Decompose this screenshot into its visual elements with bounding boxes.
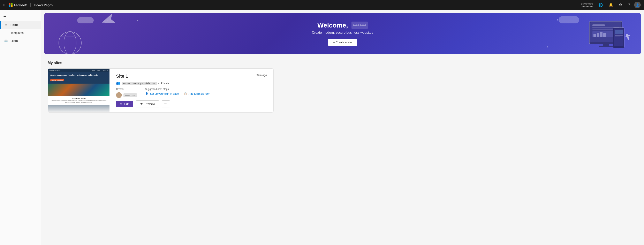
user-name: •••••• bbox=[352, 22, 368, 29]
svg-rect-14 bbox=[592, 31, 619, 38]
site-info: Site 1 33 m ago 👥 ••••••••.powerappsport… bbox=[110, 68, 274, 112]
more-options-button[interactable]: ••• bbox=[162, 100, 170, 108]
create-site-button[interactable]: + Create a site bbox=[328, 38, 357, 46]
site-url-row: 👥 ••••••••.powerappsportals.com - Privat… bbox=[116, 81, 267, 85]
globe-decoration bbox=[57, 30, 84, 54]
thumbnail-cta: Apply an action here bbox=[50, 79, 64, 81]
svg-marker-26 bbox=[625, 34, 630, 40]
preview-button[interactable]: 👁 Preview bbox=[136, 100, 159, 108]
my-sites-title: My sites bbox=[48, 61, 638, 65]
creator-label: Creator bbox=[116, 88, 137, 90]
environment-selector[interactable]: Environment •••••••••••••• bbox=[581, 3, 593, 8]
waffle-icon[interactable]: ⊞ bbox=[3, 3, 6, 7]
site-url: ••••••••.powerappsportals.com bbox=[122, 82, 157, 85]
svg-rect-23 bbox=[614, 30, 623, 34]
site-thumbnail[interactable]: Company name Home Pages Contact us Creat… bbox=[48, 68, 110, 112]
preview-label: Preview bbox=[144, 102, 155, 106]
svg-point-1 bbox=[64, 32, 76, 54]
microsoft-logo: Microsoft bbox=[9, 3, 27, 7]
svg-rect-11 bbox=[592, 24, 605, 26]
star-3: ✦ bbox=[137, 19, 138, 22]
thumbnail-nav-home: Home bbox=[92, 70, 95, 71]
sidebar-item-home[interactable]: ⌂ Home bbox=[0, 21, 41, 29]
thumbnail-intro-heading: Introduction section bbox=[50, 98, 107, 99]
suggested-steps-label: Suggested next steps bbox=[145, 88, 210, 90]
home-icon: ⌂ bbox=[4, 23, 8, 27]
edit-icon: ✏ bbox=[120, 102, 123, 106]
templates-icon: ⊞ bbox=[4, 31, 8, 35]
svg-rect-25 bbox=[614, 36, 620, 38]
svg-rect-15 bbox=[594, 34, 596, 37]
svg-marker-7 bbox=[100, 13, 116, 27]
svg-rect-17 bbox=[600, 32, 602, 37]
svg-rect-13 bbox=[592, 29, 613, 30]
creator-avatar bbox=[116, 92, 122, 98]
svg-line-8 bbox=[102, 19, 111, 22]
settings-icon[interactable]: ⚙ bbox=[617, 2, 624, 8]
svg-rect-19 bbox=[603, 44, 609, 46]
hero-subtitle: Create modern, secure business websites bbox=[312, 31, 373, 34]
topbar-divider: | bbox=[30, 3, 31, 8]
ms-name: Microsoft bbox=[14, 3, 27, 7]
creator-row: ••••• ••••• bbox=[116, 92, 137, 98]
thumbnail-nav-pages: Pages bbox=[97, 70, 100, 71]
thumbnail-headline: Create an engaging headline, welcome, or… bbox=[50, 74, 107, 76]
signin-step-icon: 👤 bbox=[145, 92, 148, 95]
hamburger-button[interactable]: ☰ bbox=[0, 12, 41, 19]
main-layout: ☰ ⌂ Home ⊞ Templates 📖 Learn bbox=[0, 10, 644, 245]
form-step-label: Add a simple form bbox=[188, 92, 210, 95]
site-actions: ✏ Edit 👁 Preview ••• bbox=[116, 100, 267, 108]
sidebar-item-learn[interactable]: 📖 Learn bbox=[0, 37, 41, 45]
site-name: Site 1 bbox=[116, 74, 128, 79]
cloud-top-right bbox=[558, 16, 579, 24]
hero-content: Welcome, •••••• Create modern, secure bu… bbox=[312, 22, 373, 46]
environment-icon[interactable]: 🌐 bbox=[597, 2, 604, 8]
preview-icon: 👁 bbox=[140, 102, 143, 106]
thumbnail-intro-text: Create a short paragraph that shows your… bbox=[50, 100, 107, 103]
svg-rect-22 bbox=[614, 28, 624, 46]
svg-rect-18 bbox=[603, 33, 606, 37]
users-icon: 👥 bbox=[116, 81, 120, 85]
svg-rect-10 bbox=[590, 22, 621, 42]
sidebar-item-templates[interactable]: ⊞ Templates bbox=[0, 29, 41, 37]
svg-rect-9 bbox=[589, 21, 622, 44]
env-value: •••••••••••••• bbox=[582, 5, 593, 8]
thumbnail-company: Company name bbox=[50, 70, 60, 71]
ms-squares bbox=[9, 3, 12, 7]
star-2: ✦ bbox=[547, 46, 548, 48]
avatar-icon: 👤 bbox=[636, 3, 639, 6]
sidebar-item-learn-label: Learn bbox=[10, 39, 18, 42]
my-sites-section: My sites Company name Home Pages Contact… bbox=[41, 58, 644, 116]
site-url-blurred: ••••••••.powerappsportals.com bbox=[122, 82, 157, 85]
sidebar-item-home-label: Home bbox=[10, 23, 18, 26]
svg-rect-21 bbox=[613, 28, 624, 48]
hero-banner: ✦ ✦ ✦ Welcome, •••••• Create modern, sec… bbox=[44, 13, 641, 54]
edit-label: Edit bbox=[124, 102, 129, 106]
learn-icon: 📖 bbox=[4, 39, 8, 43]
site-card: Company name Home Pages Contact us Creat… bbox=[48, 68, 274, 112]
creator-name: ••••• ••••• bbox=[124, 93, 137, 97]
app-name: Power Pages bbox=[34, 3, 52, 7]
svg-rect-16 bbox=[597, 33, 599, 37]
form-step-icon: 📋 bbox=[184, 92, 187, 95]
notifications-icon[interactable]: 🔔 bbox=[607, 2, 615, 8]
suggested-steps-section: Suggested next steps 👤 Set up your sign … bbox=[145, 88, 210, 98]
url-separator: - bbox=[158, 82, 159, 85]
edit-button[interactable]: ✏ Edit bbox=[116, 101, 133, 107]
help-icon[interactable]: ? bbox=[626, 2, 632, 8]
avatar[interactable]: 👤 bbox=[634, 2, 641, 8]
content-area: ✦ ✦ ✦ Welcome, •••••• Create modern, sec… bbox=[41, 10, 644, 245]
thumbnail-nav-contact: Contact us bbox=[102, 70, 108, 71]
svg-rect-12 bbox=[592, 27, 619, 28]
creator-section: Creator ••••• ••••• bbox=[116, 88, 137, 98]
setup-signin-step[interactable]: 👤 Set up your sign in page bbox=[145, 92, 179, 95]
next-steps: 👤 Set up your sign in page 📋 Add a simpl… bbox=[145, 92, 210, 95]
more-icon: ••• bbox=[164, 102, 168, 106]
devices-decoration bbox=[577, 17, 634, 54]
svg-point-0 bbox=[59, 32, 81, 54]
plane-decoration bbox=[100, 13, 116, 27]
svg-rect-20 bbox=[598, 46, 613, 46]
signin-step-label: Set up your sign in page bbox=[150, 92, 179, 95]
svg-rect-24 bbox=[614, 35, 623, 36]
add-form-step[interactable]: 📋 Add a simple form bbox=[184, 92, 210, 95]
